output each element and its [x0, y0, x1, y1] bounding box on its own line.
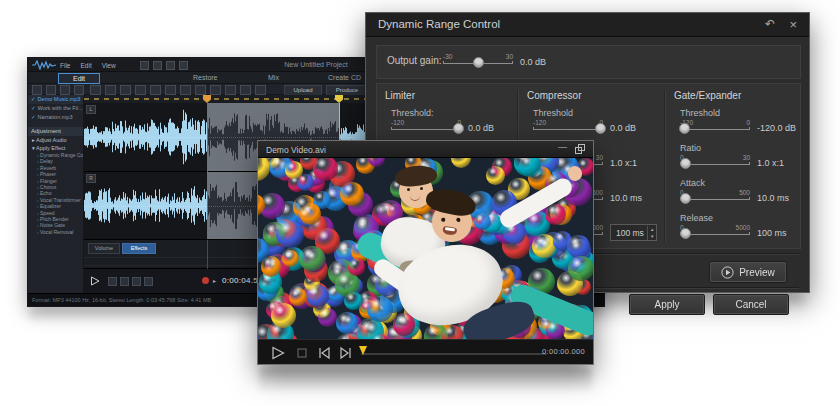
- player-prev-frame-button[interactable]: [316, 345, 332, 361]
- check-icon: ✓: [31, 96, 36, 102]
- split-icon[interactable]: [165, 85, 176, 95]
- gate-attack-thumb[interactable]: [680, 193, 691, 204]
- compressor-release-spinbox[interactable]: 100 ms ▲▼: [610, 224, 657, 241]
- tab-restore[interactable]: Restore: [193, 74, 218, 81]
- loop-playback-button[interactable]: [144, 277, 153, 286]
- dialog-titlebar[interactable]: Dynamic Range Control ↶ ×: [366, 13, 809, 37]
- output-gain-slider[interactable]: -30 30: [443, 53, 513, 70]
- gate-threshold-thumb[interactable]: [679, 123, 690, 134]
- track-label-right: R: [86, 174, 96, 183]
- mix-icon[interactable]: [180, 85, 191, 95]
- go-to-end-button[interactable]: [132, 277, 141, 286]
- player-next-frame-button[interactable]: [338, 345, 354, 361]
- app-logo-waveform-icon: [32, 60, 56, 70]
- library-item[interactable]: ✓Demo Music.mp3: [28, 95, 83, 104]
- go-to-start-button[interactable]: [120, 277, 129, 286]
- cancel-button[interactable]: Cancel: [713, 294, 789, 315]
- trim-icon[interactable]: [150, 85, 161, 95]
- new-project-icon[interactable]: [140, 61, 149, 70]
- tab-mix[interactable]: Mix: [268, 74, 279, 81]
- menu-view[interactable]: View: [102, 62, 116, 69]
- ball: [318, 308, 337, 327]
- ball: [306, 285, 329, 308]
- library-item[interactable]: ✓Work with the Fil...: [28, 104, 83, 113]
- ball: [271, 303, 296, 328]
- reflection-video: [259, 367, 592, 393]
- gate-attack-slider[interactable]: 0 500: [680, 189, 750, 206]
- menu-edit[interactable]: Edit: [80, 62, 91, 69]
- tab-edit[interactable]: Edit: [58, 73, 100, 84]
- limiter-title: Limiter: [385, 90, 513, 101]
- playhead-line[interactable]: [207, 103, 208, 239]
- popout-icon[interactable]: [575, 144, 585, 154]
- lane-tab-effects[interactable]: Effects: [122, 243, 156, 254]
- gate-release-slider[interactable]: 0 5000: [680, 224, 750, 241]
- compressor-threshold-thumb[interactable]: [595, 123, 606, 134]
- sidebar-rail-icons: [32, 85, 84, 95]
- limiter-threshold-slider[interactable]: -120 0: [391, 119, 461, 136]
- output-gain-slider-thumb[interactable]: [473, 57, 484, 68]
- library-item[interactable]: ✓Narration.mp3: [28, 113, 83, 122]
- effect-item-vocal-removal[interactable]: Vocal Removal: [28, 229, 83, 235]
- copy-icon[interactable]: [105, 85, 116, 95]
- transport-extra-buttons: [108, 277, 153, 286]
- reset-icon[interactable]: ↶: [765, 17, 775, 31]
- gate-title: Gate/Expander: [674, 90, 798, 101]
- gate-ratio-thumb[interactable]: [680, 158, 691, 169]
- loop-icon[interactable]: [255, 85, 266, 95]
- menu-bar: File Edit View: [60, 58, 116, 72]
- stop-button[interactable]: [108, 277, 117, 286]
- cloud-icon[interactable]: [74, 85, 84, 95]
- save-icon[interactable]: [60, 85, 70, 95]
- section-divider: [664, 90, 666, 242]
- spin-down-icon: ▼: [648, 233, 656, 240]
- ball: [299, 246, 325, 272]
- open-file-icon[interactable]: [46, 85, 56, 95]
- redo-icon[interactable]: [166, 61, 175, 70]
- close-icon[interactable]: ×: [789, 17, 797, 32]
- player-stop-button[interactable]: [294, 345, 310, 361]
- menu-file[interactable]: File: [60, 62, 70, 69]
- check-icon: ✓: [31, 114, 36, 120]
- settings-gear-icon[interactable]: [179, 61, 188, 70]
- zoom-out-icon[interactable]: [225, 85, 236, 95]
- paste-icon[interactable]: [120, 85, 131, 95]
- seek-bar[interactable]: [361, 353, 547, 355]
- video-frame[interactable]: [258, 158, 593, 339]
- minimize-icon[interactable]: —: [558, 142, 567, 152]
- spinbox-arrows[interactable]: ▲▼: [647, 226, 656, 240]
- group-apply-effect[interactable]: ▾ Apply Effect: [28, 144, 83, 152]
- gate-release-thumb[interactable]: [680, 228, 691, 239]
- play-button[interactable]: [90, 276, 100, 286]
- lane-tab-volume[interactable]: Volume: [88, 243, 120, 254]
- player-title: Demo Video.avi: [266, 145, 326, 155]
- tab-create-cd[interactable]: Create CD: [328, 74, 361, 81]
- compressor-title: Compressor: [527, 90, 661, 101]
- zoom-in-icon[interactable]: [210, 85, 221, 95]
- record-button[interactable]: [202, 277, 209, 284]
- normalize-icon[interactable]: [195, 85, 206, 95]
- ball: [336, 312, 358, 334]
- quick-access-icons: [140, 61, 188, 70]
- gate-ratio-slider[interactable]: 0 30: [680, 154, 750, 171]
- ball: [261, 256, 281, 276]
- adjustment-panel-header: Adjustment: [28, 127, 83, 136]
- ball: [486, 166, 505, 185]
- gate-threshold-slider[interactable]: -120 0: [680, 119, 750, 136]
- player-play-button[interactable]: [270, 345, 286, 361]
- ball: [344, 292, 362, 310]
- output-gain-label: Output gain:: [387, 55, 441, 66]
- cut-icon[interactable]: [90, 85, 101, 95]
- player-time-display: 0:00:00.000: [542, 347, 585, 356]
- record-icon[interactable]: [32, 85, 42, 95]
- player-titlebar[interactable]: Demo Video.avi —: [258, 141, 593, 158]
- group-adjust-audio[interactable]: ▸ Adjust Audio: [28, 136, 83, 144]
- delete-icon[interactable]: [135, 85, 146, 95]
- undo-icon[interactable]: [153, 61, 162, 70]
- limiter-threshold-thumb[interactable]: [453, 123, 464, 134]
- preview-button[interactable]: Preview: [709, 261, 787, 283]
- apply-button[interactable]: Apply: [629, 294, 705, 315]
- compressor-threshold-slider[interactable]: -120 0: [533, 119, 603, 136]
- photo-boy-front: [378, 188, 593, 339]
- marker-icon[interactable]: [240, 85, 251, 95]
